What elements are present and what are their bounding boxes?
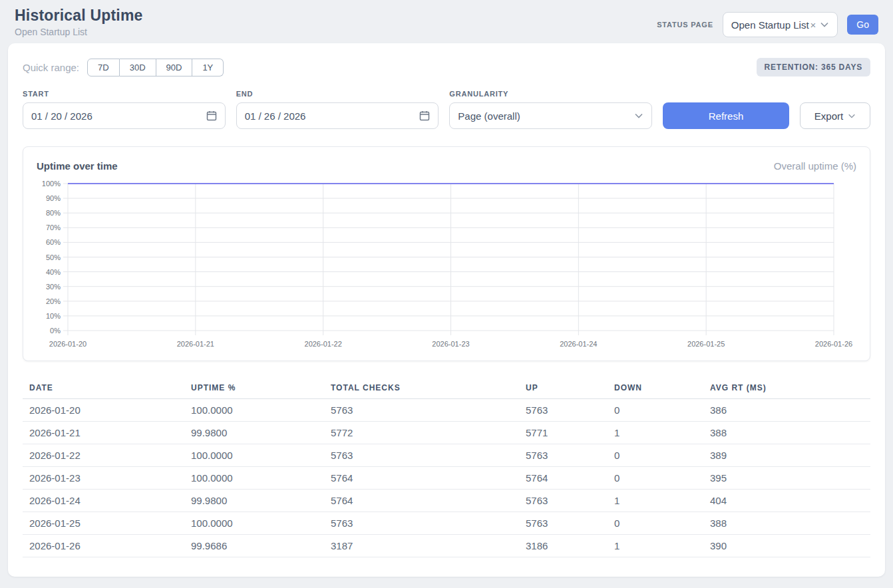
- svg-text:2026-01-20: 2026-01-20: [49, 340, 87, 348]
- table-body: 2026-01-20100.00005763576303862026-01-21…: [23, 399, 870, 557]
- column-header: UPTIME %: [191, 377, 331, 399]
- svg-text:2026-01-22: 2026-01-22: [305, 340, 342, 348]
- svg-text:2026-01-24: 2026-01-24: [560, 340, 597, 348]
- retention-badge: RETENTION: 365 DAYS: [757, 58, 870, 76]
- svg-text:50%: 50%: [46, 253, 61, 261]
- table-cell: 2026-01-24: [23, 490, 191, 512]
- end-label: END: [236, 90, 439, 98]
- svg-text:30%: 30%: [46, 283, 61, 291]
- table-cell: 3186: [526, 535, 614, 557]
- table-cell: 100.0000: [191, 444, 331, 467]
- table-cell: 5763: [331, 444, 526, 467]
- table-cell: 2026-01-22: [23, 444, 191, 467]
- uptime-table: DATEUPTIME %TOTAL CHECKSUPDOWNAVG RT (MS…: [23, 377, 870, 557]
- table-cell: 388: [710, 422, 870, 444]
- uptime-chart: 0%10%20%30%40%50%60%70%80%90%100%2026-01…: [37, 178, 858, 350]
- table-cell: 5772: [331, 422, 526, 444]
- svg-text:40%: 40%: [46, 268, 61, 276]
- table-cell: 5764: [331, 467, 526, 490]
- start-date-input[interactable]: 01 / 20 / 2026: [23, 102, 226, 129]
- svg-text:60%: 60%: [46, 238, 61, 246]
- column-header: UP: [526, 377, 614, 399]
- chart-legend: Overall uptime (%): [774, 160, 856, 172]
- table-row: 2026-01-2499.9800576457631404: [23, 490, 870, 512]
- start-field-group: START 01 / 20 / 2026: [23, 90, 226, 129]
- table-cell: 5763: [331, 399, 526, 422]
- table-cell: 0: [614, 467, 710, 490]
- top-bar: Historical Uptime Open Startup List STAT…: [0, 0, 893, 37]
- table-row: 2026-01-2699.9686318731861390: [23, 535, 870, 557]
- status-page-selected-value: Open Startup List: [731, 19, 809, 31]
- table-cell: 100.0000: [191, 467, 331, 490]
- table-cell: 1: [614, 490, 710, 512]
- chart-title: Uptime over time: [37, 160, 118, 172]
- granularity-field-group: GRANULARITY Page (overall): [449, 90, 652, 129]
- refresh-button[interactable]: Refresh: [663, 102, 789, 129]
- end-date-input[interactable]: 01 / 26 / 2026: [236, 102, 439, 129]
- table-cell: 389: [710, 444, 870, 467]
- table-cell: 2026-01-23: [23, 467, 191, 490]
- chart-card: Uptime over time Overall uptime (%) 0%10…: [23, 146, 870, 361]
- quick-range-1y-button[interactable]: 1Y: [192, 59, 224, 76]
- table-cell: 3187: [331, 535, 526, 557]
- table-cell: 0: [614, 444, 710, 467]
- column-header: DATE: [23, 377, 191, 399]
- table-row: 2026-01-23100.0000576457640395: [23, 467, 870, 490]
- table-cell: 100.0000: [191, 512, 331, 535]
- calendar-icon[interactable]: [206, 110, 217, 121]
- granularity-select[interactable]: Page (overall): [449, 102, 652, 129]
- table-cell: 0: [614, 512, 710, 535]
- table-cell: 2026-01-21: [23, 422, 191, 444]
- start-label: START: [23, 90, 226, 98]
- granularity-selected-value: Page (overall): [458, 110, 520, 122]
- table-cell: 2026-01-25: [23, 512, 191, 535]
- chevron-down-icon: [848, 114, 856, 118]
- quick-range-7d-button[interactable]: 7D: [87, 59, 120, 76]
- filter-row: START 01 / 20 / 2026 END 01 / 26 / 2026 …: [23, 90, 870, 129]
- status-page-select[interactable]: Open Startup List ×: [723, 12, 838, 37]
- table-row: 2026-01-2199.9800577257711388: [23, 422, 870, 444]
- go-button[interactable]: Go: [847, 15, 878, 35]
- column-header: DOWN: [614, 377, 710, 399]
- table-row: 2026-01-20100.0000576357630386: [23, 399, 870, 422]
- table-cell: 5763: [526, 490, 614, 512]
- chevron-down-icon: [634, 113, 643, 118]
- table-cell: 2026-01-20: [23, 399, 191, 422]
- svg-text:80%: 80%: [46, 209, 61, 217]
- table-cell: 99.9800: [191, 422, 331, 444]
- table-cell: 1: [614, 422, 710, 444]
- quick-range-row: Quick range: 7D30D90D1Y RETENTION: 365 D…: [23, 58, 870, 76]
- granularity-label: GRANULARITY: [449, 90, 652, 98]
- quick-range-90d-button[interactable]: 90D: [156, 59, 193, 76]
- status-page-controls: STATUS PAGE Open Startup List × Go: [657, 12, 878, 37]
- table-cell: 5763: [526, 444, 614, 467]
- end-date-value: 01 / 26 / 2026: [245, 110, 306, 122]
- quick-range-30d-button[interactable]: 30D: [120, 59, 156, 76]
- table-cell: 2026-01-26: [23, 535, 191, 557]
- end-field-group: END 01 / 26 / 2026: [236, 90, 439, 129]
- svg-text:20%: 20%: [46, 297, 61, 305]
- quick-range-group: 7D30D90D1Y: [87, 59, 224, 76]
- table-cell: 99.9686: [191, 535, 331, 557]
- svg-text:2026-01-26: 2026-01-26: [815, 340, 852, 348]
- table-cell: 99.9800: [191, 490, 331, 512]
- clear-selection-icon[interactable]: ×: [810, 19, 816, 31]
- table-cell: 5763: [526, 399, 614, 422]
- table-cell: 5771: [526, 422, 614, 444]
- calendar-icon[interactable]: [419, 110, 430, 121]
- svg-text:10%: 10%: [46, 312, 61, 320]
- page-title: Historical Uptime: [15, 7, 143, 25]
- svg-text:90%: 90%: [46, 194, 61, 202]
- svg-text:0%: 0%: [50, 327, 61, 335]
- table-cell: 5763: [331, 512, 526, 535]
- svg-text:2026-01-23: 2026-01-23: [432, 340, 469, 348]
- table-header-row: DATEUPTIME %TOTAL CHECKSUPDOWNAVG RT (MS…: [23, 377, 870, 399]
- title-block: Historical Uptime Open Startup List: [15, 7, 143, 37]
- table-cell: 390: [710, 535, 870, 557]
- svg-text:2026-01-21: 2026-01-21: [177, 340, 214, 348]
- quick-range-label: Quick range:: [23, 62, 79, 73]
- export-button[interactable]: Export: [800, 102, 870, 129]
- column-header: AVG RT (MS): [710, 377, 870, 399]
- table-cell: 5764: [331, 490, 526, 512]
- table-cell: 388: [710, 512, 870, 535]
